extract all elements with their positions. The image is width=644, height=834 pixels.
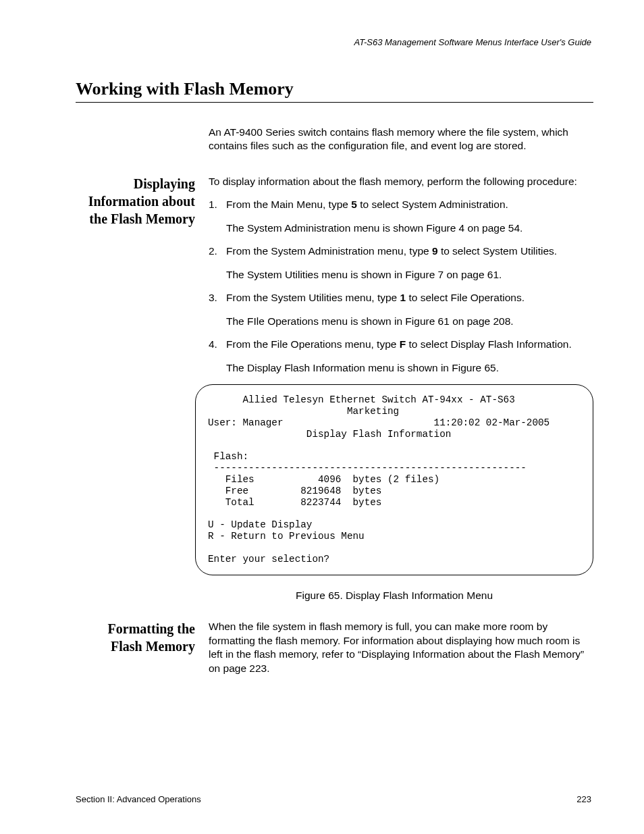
step-body: From the File Operations menu, type F to… — [226, 338, 593, 375]
text: From the System Utilities menu, type — [226, 292, 400, 303]
page-footer: Section II: Advanced Operations 223 — [76, 794, 591, 804]
step-3: 3. From the System Utilities menu, type … — [209, 291, 593, 328]
step-body: From the Main Menu, type 5 to select Sys… — [226, 198, 593, 235]
text: to select File Operations. — [406, 292, 525, 303]
step-body: From the System Administration menu, typ… — [226, 244, 593, 282]
intro-paragraph: An AT-9400 Series switch contains flash … — [209, 126, 593, 153]
key: 9 — [432, 245, 438, 257]
step-sub: The System Utilities menu is shown in Fi… — [226, 268, 593, 282]
side-heading-formatting: Formatting the Flash Memory — [76, 620, 195, 655]
lead-paragraph: To display information about the flash m… — [209, 175, 593, 188]
figure-caption: Figure 65. Display Flash Information Men… — [195, 589, 593, 602]
main-heading: Working with Flash Memory — [76, 79, 593, 103]
step-1: 1. From the Main Menu, type 5 to select … — [209, 198, 593, 235]
side-heading-col: Displaying Information about the Flash M… — [76, 175, 209, 228]
section-body: When the file system in flash memory is … — [209, 620, 593, 685]
section-formatting: Formatting the Flash Memory When the fil… — [76, 620, 593, 685]
page: AT-S63 Management Software Menus Interfa… — [0, 0, 644, 834]
footer-section: Section II: Advanced Operations — [76, 794, 201, 804]
text: to select System Administration. — [357, 199, 508, 210]
step-number: 1. — [209, 198, 226, 235]
page-header: AT-S63 Management Software Menus Interfa… — [354, 37, 592, 47]
step-number: 2. — [209, 244, 226, 282]
step-4: 4. From the File Operations menu, type F… — [209, 338, 593, 375]
key: 1 — [400, 292, 406, 303]
formatting-paragraph: When the file system in flash memory is … — [209, 620, 593, 675]
step-sub: The System Administration menu is shown … — [226, 221, 593, 235]
steps-list: 1. From the Main Menu, type 5 to select … — [209, 198, 593, 375]
key: 5 — [351, 199, 357, 210]
footer-page-number: 223 — [576, 794, 591, 804]
section-body: To display information about the flash m… — [209, 175, 593, 620]
text: From the System Administration menu, typ… — [226, 245, 432, 257]
terminal-output: Allied Telesyn Ethernet Switch AT-94xx -… — [195, 384, 593, 575]
side-heading-col: Formatting the Flash Memory — [76, 620, 209, 655]
step-number: 3. — [209, 291, 226, 328]
text: to select Display Flash Information. — [406, 338, 572, 350]
step-number: 4. — [209, 338, 226, 375]
text: From the Main Menu, type — [226, 199, 351, 210]
intro-text: An AT-9400 Series switch contains flash … — [209, 126, 593, 153]
step-2: 2. From the System Administration menu, … — [209, 244, 593, 282]
key: F — [400, 338, 406, 350]
step-body: From the System Utilities menu, type 1 t… — [226, 291, 593, 328]
text: From the File Operations menu, type — [226, 338, 400, 350]
step-sub: The FIle Operations menu is shown in Fig… — [226, 315, 593, 328]
side-heading-displaying: Displaying Information about the Flash M… — [76, 175, 195, 228]
section-displaying: Displaying Information about the Flash M… — [76, 175, 593, 620]
text: to select System Utilities. — [438, 245, 558, 257]
step-sub: The Display Flash Information menu is sh… — [226, 361, 593, 375]
